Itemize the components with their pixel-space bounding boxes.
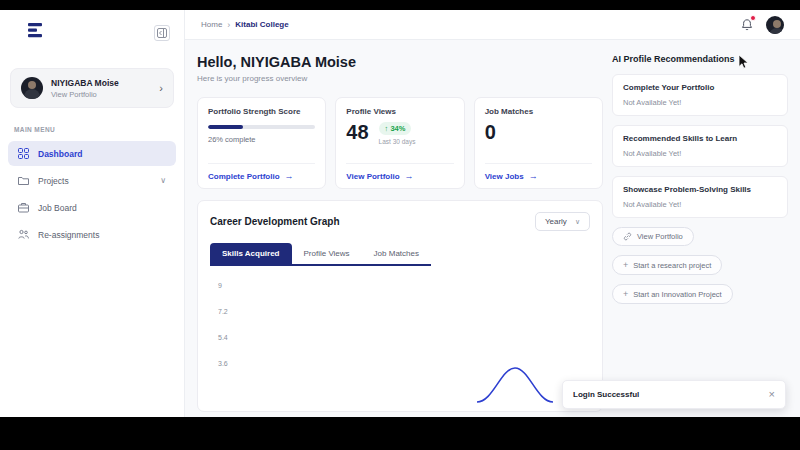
app-window: NIYIGABA Moise View Portfolio › MAIN MEN…	[0, 10, 800, 417]
main-menu-label: MAIN MENU	[0, 108, 184, 139]
view-portfolio-button[interactable]: View Portfolio	[612, 227, 694, 246]
notifications-button[interactable]	[740, 18, 754, 32]
career-development-graph-card: Career Development Graph Yearly ∨ Skills…	[197, 200, 603, 412]
chevron-right-icon: ›	[159, 82, 163, 94]
graph-tabs: Skills Acquired Profile Views Job Matche…	[210, 243, 431, 266]
page-subtitle: Here is your progress overview	[197, 74, 603, 83]
badge-caption: Last 30 days	[379, 138, 416, 145]
up-arrow-icon: ↑	[385, 124, 389, 133]
dashboard-icon	[18, 148, 29, 159]
sidebar-item-label: Projects	[38, 176, 69, 186]
panel-title: AI Profile Recommendations	[612, 54, 788, 64]
arrow-right-icon: →	[285, 171, 294, 181]
link-icon	[623, 232, 632, 241]
plus-icon: +	[623, 289, 628, 299]
progress-text: 26% complete	[208, 135, 315, 144]
recommendation-card: Recommended Skills to Learn Not Availabl…	[612, 125, 788, 167]
recommendation-card: Showcase Problem-Solving Skills Not Avai…	[612, 176, 788, 218]
profile-avatar	[21, 77, 43, 99]
briefcase-icon	[18, 202, 29, 213]
stage: NIYIGABA Moise View Portfolio › MAIN MEN…	[0, 0, 800, 450]
sidebar-item-label: Job Board	[38, 203, 77, 213]
profile-name: NIYIGABA Moise	[51, 78, 151, 88]
ai-recommendations-panel: AI Profile Recommendations Complete Your…	[612, 54, 788, 312]
recommendation-card: Complete Your Portfolio Not Available Ye…	[612, 74, 788, 116]
status-text: Not Available Yet!	[623, 149, 777, 158]
arrow-right-icon: →	[405, 171, 414, 181]
sidebar-profile-card[interactable]: NIYIGABA Moise View Portfolio ›	[10, 68, 174, 108]
job-matches-value: 0	[485, 122, 496, 142]
period-dropdown[interactable]: Yearly ∨	[535, 212, 590, 231]
breadcrumb-current[interactable]: Kitabi College	[235, 20, 288, 29]
notification-badge	[750, 15, 756, 21]
start-innovation-project-button[interactable]: + Start an Innovation Project	[612, 284, 733, 304]
sidebar-item-label: Re-assignments	[38, 230, 99, 240]
chevron-down-icon: ∨	[575, 218, 580, 226]
status-text: Not Available Yet!	[623, 98, 777, 107]
sidebar-item-dashboard[interactable]: Dashboard	[8, 141, 176, 166]
sidebar-item-re-assignments[interactable]: Re-assignments	[8, 222, 176, 247]
chart-plot-area: 9 7.2 5.4 3.6	[210, 280, 590, 390]
card-title: Job Matches	[485, 107, 592, 116]
status-text: Not Available Yet!	[623, 200, 777, 209]
sidebar-collapse-button[interactable]	[154, 25, 170, 41]
card-title: Profile Views	[346, 107, 453, 116]
y-axis-tick: 9	[218, 282, 222, 289]
profile-views-card: Profile Views 48 ↑ 34% Last 30 days View…	[335, 97, 464, 189]
folder-icon	[18, 175, 29, 186]
tab-job-matches[interactable]: Job Matches	[362, 243, 431, 264]
plus-icon: +	[623, 260, 628, 270]
line-series	[475, 354, 555, 404]
view-portfolio-link[interactable]: View Portfolio →	[346, 163, 453, 188]
tab-profile-views[interactable]: Profile Views	[292, 243, 362, 264]
close-icon[interactable]: ×	[769, 389, 775, 400]
card-title: Portfolio Strength Score	[208, 107, 315, 116]
y-axis-tick: 3.6	[218, 360, 228, 367]
graph-title: Career Development Graph	[210, 216, 340, 227]
arrow-right-icon: →	[529, 171, 538, 181]
sidebar-item-label: Dashboard	[38, 149, 82, 159]
sidebar-item-job-board[interactable]: Job Board	[8, 195, 176, 220]
sidebar: NIYIGABA Moise View Portfolio › MAIN MEN…	[0, 10, 185, 417]
breadcrumb-separator-icon: ›	[227, 20, 230, 30]
view-jobs-link[interactable]: View Jobs →	[485, 163, 592, 188]
people-icon	[18, 229, 29, 240]
profile-view-portfolio-link[interactable]: View Portfolio	[51, 90, 151, 99]
toast-message: Login Successful	[573, 390, 639, 399]
app-logo-icon	[26, 22, 46, 44]
job-matches-card: Job Matches 0 View Jobs →	[474, 97, 603, 189]
tab-skills-acquired[interactable]: Skills Acquired	[210, 243, 292, 264]
profile-views-value: 48	[346, 122, 368, 142]
top-bar: Home › Kitabi College	[185, 10, 800, 40]
page-title: Hello, NIYIGABA Moise	[197, 54, 603, 70]
y-axis-tick: 7.2	[218, 308, 228, 315]
complete-portfolio-link[interactable]: Complete Portfolio →	[208, 163, 315, 188]
portfolio-strength-card: Portfolio Strength Score 26% complete Co…	[197, 97, 326, 189]
growth-badge: ↑ 34%	[379, 122, 412, 135]
main-content: Hello, NIYIGABA Moise Here is your progr…	[197, 54, 603, 412]
portfolio-progress-bar	[208, 125, 315, 129]
sidebar-item-projects[interactable]: Projects ∨	[8, 168, 176, 193]
toast-login-successful: Login Successful ×	[562, 380, 786, 409]
user-avatar[interactable]	[766, 16, 784, 34]
portfolio-progress-fill	[208, 125, 243, 129]
chevron-down-icon: ∨	[160, 176, 166, 185]
y-axis-tick: 5.4	[218, 334, 228, 341]
breadcrumb-home[interactable]: Home	[201, 20, 222, 29]
start-research-project-button[interactable]: + Start a research project	[612, 255, 722, 275]
